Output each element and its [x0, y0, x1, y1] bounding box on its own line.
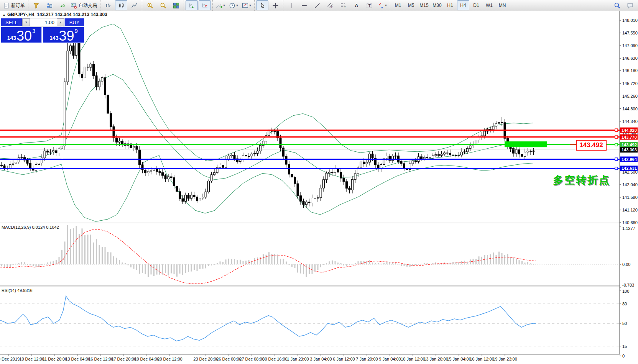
- volume-up-button[interactable]: ▲: [57, 18, 64, 26]
- time-tick: 1 Jan 23:00: [287, 357, 309, 361]
- zoom-out-button[interactable]: [157, 0, 169, 10]
- timeframe-button-M30[interactable]: M30: [431, 0, 443, 10]
- svg-text:80: 80: [622, 302, 627, 306]
- auto-trading-button[interactable]: 自动交易: [69, 0, 99, 10]
- crosshair-button[interactable]: [269, 0, 281, 10]
- buy-price-pips: 39: [59, 30, 74, 42]
- time-tick: 9 Dec 2019: [0, 357, 20, 361]
- green-zone-rect[interactable]: [505, 141, 547, 147]
- chevron-down-icon[interactable]: ▾: [236, 3, 238, 7]
- svg-text:50: 50: [622, 321, 627, 326]
- vline-icon: [288, 2, 294, 9]
- trendline-button[interactable]: [311, 0, 323, 10]
- person-icon: [46, 2, 53, 9]
- price-tick: 148.010: [622, 18, 638, 23]
- bollinger-middle: [0, 74, 533, 180]
- new-order-button-label: 新订单: [11, 2, 25, 9]
- line-chart-button[interactable]: [128, 0, 140, 10]
- chevron-down-icon[interactable]: ▾: [223, 3, 225, 7]
- svg-text:0: 0: [622, 354, 625, 358]
- timeframe-button-M5[interactable]: M5: [405, 0, 417, 10]
- auto-trading-button-label: 自动交易: [79, 2, 97, 9]
- toolbar-group: [100, 0, 142, 11]
- search-icon[interactable]: [611, 0, 623, 10]
- navigator-button[interactable]: [43, 0, 55, 10]
- sell-button[interactable]: SELL: [1, 18, 22, 26]
- timeframe-button-M1[interactable]: M1: [392, 0, 404, 10]
- price-tick: 146.180: [622, 68, 638, 73]
- time-tick: 20 Dec 12:00: [157, 357, 182, 361]
- timeframe-button-H4[interactable]: H4: [457, 0, 469, 10]
- clock-icon: [229, 2, 235, 9]
- svg-text:15: 15: [622, 344, 627, 349]
- buy-price-point: 9: [75, 28, 78, 34]
- bars-icon: [105, 2, 112, 9]
- svg-text:-0.703: -0.703: [622, 283, 634, 287]
- cursor-icon: [259, 2, 266, 9]
- time-tick: 9 Jan 04:00: [379, 357, 401, 361]
- fibonacci-button[interactable]: F: [337, 0, 349, 10]
- auto-scroll-button[interactable]: [186, 0, 198, 10]
- price-axis: 148.010147.550147.090146.630146.180145.7…: [620, 18, 638, 225]
- cursor-button[interactable]: [256, 0, 268, 10]
- indicators-button[interactable]: ▾: [214, 0, 227, 10]
- timeframe-button-M15[interactable]: M15: [418, 0, 430, 10]
- vertical-line-button[interactable]: [285, 0, 297, 10]
- time-tick: 23 Dec 20:00: [193, 357, 218, 361]
- sell-price[interactable]: 143 30 3: [1, 27, 42, 43]
- timeframe-group: M1M5M15M30H1H4D1W1MN: [390, 0, 510, 11]
- price-tick: 144.340: [622, 119, 638, 124]
- timeframe-button-MN[interactable]: MN: [496, 0, 508, 10]
- tile-windows-button[interactable]: [170, 0, 182, 10]
- price-tick: 147.090: [622, 43, 638, 48]
- linechart-icon: [131, 2, 138, 9]
- hline-icon: [301, 2, 307, 9]
- autotrade-icon: [71, 2, 77, 9]
- zoomin-icon: [147, 2, 153, 9]
- doc-icon: [3, 2, 10, 9]
- svg-text:143.303: 143.303: [622, 148, 637, 152]
- buy-price[interactable]: 143 39 9: [43, 27, 84, 43]
- chevron-down-icon[interactable]: ▾: [385, 3, 387, 7]
- bar-chart-button[interactable]: [102, 0, 114, 10]
- price-tick: 140.660: [622, 220, 638, 225]
- candlestick-chart-button[interactable]: [115, 0, 127, 10]
- toolbar-group: EFAT▾: [283, 0, 390, 11]
- equidistant-channel-button[interactable]: E: [324, 0, 336, 10]
- time-tick: 3 Jan 04:00: [310, 357, 332, 361]
- chart-shift-button[interactable]: [199, 0, 211, 10]
- time-tick: 26 Dec 00:00: [216, 357, 241, 361]
- arrows-button[interactable]: ▾: [376, 0, 388, 10]
- toolbar-group: 自动交易: [28, 0, 100, 11]
- new-order-button[interactable]: 新订单: [2, 0, 26, 10]
- shift-icon: [202, 2, 208, 9]
- time-tick: 10 Dec 12:00: [19, 357, 44, 361]
- horizontal-line-button[interactable]: [298, 0, 310, 10]
- templates-button[interactable]: ▾: [240, 0, 253, 10]
- time-tick: 13 Jan 20:00: [424, 357, 448, 361]
- text-label-button[interactable]: T: [363, 0, 375, 10]
- time-tick: 16 Dec 12:00: [88, 357, 113, 361]
- price-level-callout[interactable]: 143.492: [576, 140, 607, 151]
- time-tick: 15 Jan 04:00: [447, 357, 471, 361]
- text-button[interactable]: A: [350, 0, 362, 10]
- svg-text:144.020: 144.020: [622, 128, 637, 133]
- market-watch-button[interactable]: [30, 0, 42, 10]
- volume-down-button[interactable]: ▼: [23, 18, 30, 26]
- timeframe-button-D1[interactable]: D1: [470, 0, 482, 10]
- buy-button[interactable]: BUY: [64, 18, 84, 26]
- periods-button[interactable]: ▾: [227, 0, 240, 10]
- timeframe-button-W1[interactable]: W1: [483, 0, 495, 10]
- data-window-button[interactable]: [56, 0, 68, 10]
- time-tick: 17 Dec 20:00: [111, 357, 136, 361]
- textA-icon: A: [353, 2, 360, 9]
- ohlc-collapse-arrow[interactable]: ▲: [2, 13, 6, 17]
- zoom-in-button[interactable]: [144, 0, 156, 10]
- time-axis: 9 Dec 201910 Dec 12:0011 Dec 20:0013 Dec…: [0, 354, 517, 361]
- volume-input[interactable]: [30, 18, 57, 26]
- price-tick: 145.720: [622, 81, 638, 86]
- chat-icon[interactable]: [624, 0, 636, 10]
- chart-canvas[interactable]: 148.010147.550147.090146.630146.180145.7…: [0, 0, 638, 364]
- chevron-down-icon[interactable]: ▾: [249, 3, 251, 7]
- timeframe-button-H1[interactable]: H1: [444, 0, 456, 10]
